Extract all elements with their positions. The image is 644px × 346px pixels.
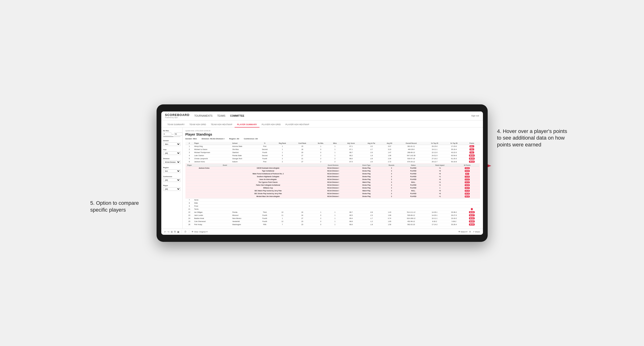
nav-teams[interactable]: TEAMS — [217, 114, 225, 118]
logo-title: SCOREBOARD — [165, 113, 190, 117]
col-record: Overall Record — [397, 142, 425, 145]
col-yr: Yr — [256, 142, 273, 145]
filter-region: Region: All — [229, 138, 239, 140]
no-rds-from-input[interactable] — [163, 133, 172, 136]
no-rds-to-input[interactable] — [174, 133, 182, 136]
tab-team-summary[interactable]: TEAM SUMMARY — [165, 123, 187, 128]
nav-tournaments[interactable]: TOURNAMENTS — [194, 114, 212, 118]
table-header-row: # Player School Yr Reg Rank Conf Rank No… — [186, 142, 480, 145]
region-label: Region — [163, 167, 180, 169]
annotation-right: 4. Hover over a player's points to see a… — [497, 128, 568, 148]
expanded-table-row: SEC Match Play hosted by Jerry Pate NCAA… — [186, 189, 479, 192]
table-row: 21 Techs — [186, 208, 480, 211]
col-rank: # — [186, 142, 194, 145]
division-select[interactable]: NCAA Division I — [163, 160, 180, 164]
sign-out-link[interactable]: Sign out — [471, 115, 479, 117]
bottom-toolbar: ↩ ↪ ⊞ ⧉ ▣ ⏱ 👁 View: Original ▾ 👁 Watch — [161, 229, 483, 235]
region-section: Region N/A — [163, 167, 180, 173]
table-row: 7 Niche — [186, 198, 480, 201]
expanded-table-row: Wake Forest Invitational at Pinehurst No… — [186, 172, 479, 175]
conference-label: Conference — [163, 176, 180, 177]
redo-icon[interactable]: ↪ — [168, 230, 169, 233]
grid-icon[interactable]: ⊞ — [171, 230, 173, 233]
filter-gender: Gender: Men — [186, 138, 197, 140]
gender-label: Gender — [163, 140, 180, 142]
update-time: Update time: 27/01/2024 16:56:26 — [186, 130, 480, 132]
table-area: Update time: 27/01/2024 16:56:26 Player … — [182, 128, 483, 229]
player-label: Player — [163, 185, 180, 186]
tablet-screen: SCOREBOARD Powered by clipd TOURNAMENTS … — [161, 112, 483, 235]
gender-select[interactable]: Men Women — [163, 142, 180, 146]
standings-title: Player Standings — [186, 133, 480, 136]
table-row: 25 Cole Sherwood Vanderbilt Fourth 12 23… — [186, 220, 480, 223]
share-icon: ↗ — [473, 231, 474, 233]
download-button[interactable]: ⬇ — [469, 231, 471, 233]
tab-team-h2h-grid[interactable]: TEAM H2H GRID — [187, 123, 208, 128]
tab-player-summary[interactable]: PLAYER SUMMARY — [234, 123, 259, 128]
download-icon: ⬇ — [469, 231, 471, 233]
player-section: Player (All) — [163, 185, 180, 191]
filter-division: Division: NCAA Division I — [202, 138, 224, 140]
year-select[interactable]: (All) — [163, 151, 180, 155]
table-row: 22 Ian Gilligan Florida Third 10 24 1 1 … — [186, 211, 480, 214]
tab-team-h2h-heatmap[interactable]: TEAM H2H HEATMAP — [208, 123, 234, 128]
conference-section: Conference (All) — [163, 176, 180, 182]
view-label: View: Original — [194, 231, 206, 233]
undo-icon[interactable]: ↩ — [164, 230, 166, 233]
col-no-rds: No Rds. — [312, 142, 329, 145]
view-chevron-icon: ▾ — [206, 231, 208, 233]
annotation-left: 5. Option to compare specific players — [90, 200, 152, 213]
expanded-table-row: Amer An Intercollegiate NCAA Division I … — [186, 178, 479, 181]
expanded-table-row: The Cypress Point Classic NCAA Division … — [186, 181, 479, 183]
sub-nav: TEAM SUMMARY TEAM H2H GRID TEAM H2H HEAT… — [161, 120, 483, 128]
year-label: Year — [163, 149, 180, 151]
table-row: 26 Petr Hruby Washington Fifth 7 23 0 1 … — [186, 223, 480, 226]
region-select[interactable]: N/A — [163, 169, 180, 173]
division-label: Division — [163, 158, 180, 160]
nav-right: Sign out — [471, 115, 479, 117]
table-row: 6 Jackson Koivu Auburn First 2 27 2 2 87… — [186, 160, 480, 163]
table-row: 4 Luke Clanton Florida State Second 5 27… — [186, 154, 480, 157]
slider-fill — [163, 136, 174, 137]
col-reg-rank: Reg Rank — [273, 142, 292, 145]
view-button[interactable]: 👁 View: Original ▾ — [192, 231, 208, 233]
expanded-table-row: Southern Highlands Collegiate NCAA Divis… — [186, 175, 479, 178]
conference-select[interactable]: (All) — [163, 178, 180, 182]
filters-row: Gender: Men Division: NCAA Division I Re… — [186, 138, 480, 140]
logo-subtitle: Powered by clipd — [165, 117, 190, 118]
copy-icon[interactable]: ⧉ — [174, 230, 176, 233]
eye-icon: 👁 — [192, 231, 194, 233]
watch-chevron-icon: ▾ — [466, 231, 467, 233]
year-section: Year (All) — [163, 149, 180, 155]
no-rds-label: No Rds. — [163, 130, 180, 132]
table-row: 24 Bastien Amat New Mexico Fourth 1 27 2… — [186, 217, 480, 220]
main-content: No Rds. – Gender Men — [161, 128, 483, 229]
watch-button[interactable]: 👁 Watch ▾ — [458, 231, 467, 233]
gender-section: Gender Men Women — [163, 140, 180, 146]
expanded-table-row: Tiger Invitational NCAA Division I Strok… — [186, 169, 479, 172]
expanded-table-row: Mirobel Maui Jim Intercollegiate NCAA Di… — [186, 195, 479, 198]
no-rds-slider[interactable] — [163, 136, 180, 137]
col-vs50: Vs Top 50 — [444, 142, 464, 145]
col-wins: Wins — [329, 142, 341, 145]
col-adj-score: Adj. Score — [341, 142, 361, 145]
tab-player-h2h-grid[interactable]: PLAYER H2H GRID — [260, 123, 283, 128]
share-button[interactable]: ↗ Share — [473, 231, 480, 233]
nav-links: TOURNAMENTS TEAMS COMMITTEE — [194, 114, 471, 118]
col-player: Player — [193, 142, 231, 145]
player-select[interactable]: (All) — [163, 187, 180, 191]
table-row: 3 Michael Thorbjornsen Stanford Fourth 1… — [186, 151, 480, 154]
toolbar-sep-2 — [189, 230, 189, 233]
table-row: 8 Mats — [186, 201, 480, 204]
layout-icon[interactable]: ▣ — [177, 230, 179, 233]
toolbar-right: 👁 Watch ▾ ⬇ ↗ Share — [458, 231, 480, 233]
no-rds-input-row: – — [163, 133, 180, 136]
clock-icon[interactable]: ⏱ — [184, 230, 186, 233]
standings-table: # Player School Yr Reg Rank Conf Rank No… — [186, 142, 480, 226]
watch-icon: 👁 — [458, 231, 460, 233]
tab-player-h2h-heatmap[interactable]: PLAYER H2H HEATMAP — [283, 123, 312, 128]
table-row: 9 Prest — [186, 204, 480, 208]
table-row: 23 Jack Lundin Missouri Fourth 11 24 0 1… — [186, 214, 480, 217]
expanded-table-row: Williams Cup NCAA Division I Stroke Play… — [186, 186, 479, 189]
nav-committee[interactable]: COMMITTEE — [230, 114, 244, 118]
